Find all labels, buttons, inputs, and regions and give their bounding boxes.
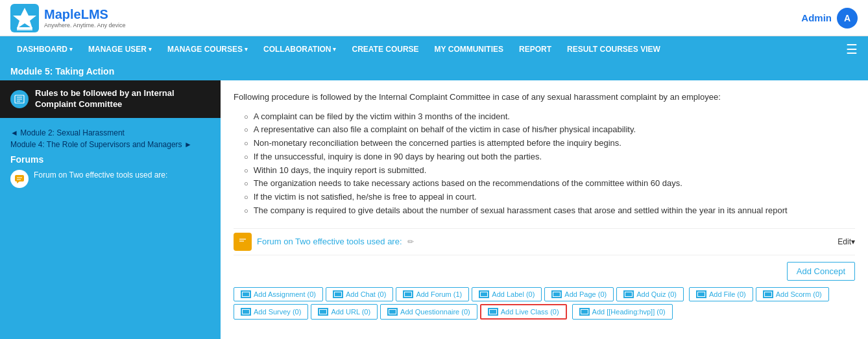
svg-rect-12 — [237, 237, 248, 244]
add-assignment-button[interactable]: Add Assignment (0) — [234, 287, 323, 301]
nav-item-create-course[interactable]: CREATE COURSE — [345, 36, 425, 62]
list-item: Non-monetary reconciliation between the … — [244, 137, 855, 150]
heading-hvp-icon — [579, 308, 590, 316]
svg-marker-13 — [239, 244, 242, 247]
add-quiz-button[interactable]: Add Quiz (0) — [616, 287, 684, 301]
forum-icon-btn — [403, 290, 413, 298]
page-icon — [551, 290, 562, 298]
forum-bar-text[interactable]: Forum on Two effective tools used are: — [257, 237, 402, 246]
list-item: Within 10 days, the inquiry report is su… — [244, 164, 855, 178]
nav-item-result-courses-view[interactable]: RESULT COURSES VIEW — [561, 36, 667, 62]
nav-item-manage-user[interactable]: MANAGE USER ▾ — [82, 36, 158, 62]
logo-tagline: Anywhere. Anytime. Any device — [44, 22, 126, 29]
sub-header: Module 5: Taking Action — [0, 62, 868, 80]
add-file-button[interactable]: Add File (0) — [689, 287, 753, 301]
hamburger-menu[interactable]: ☰ — [846, 41, 858, 57]
logo-area: MapleLMS Anywhere. Anytime. Any device — [10, 4, 126, 32]
logo-icon — [10, 4, 39, 32]
pencil-icon[interactable]: ✏ — [407, 237, 414, 246]
content-intro: Following procedure is followed by the I… — [234, 91, 855, 104]
list-item: A complaint can be filed by the victim w… — [244, 110, 855, 124]
sidebar-forum-item: Forum on Two effective tools used are: — [10, 170, 210, 188]
sidebar: Rules to be followed by an Internal Comp… — [0, 80, 221, 339]
list-item: If the unsuccessful, inquiry is done in … — [244, 150, 855, 164]
dashboard-arrow: ▾ — [69, 46, 73, 53]
add-page-button[interactable]: Add Page (0) — [544, 287, 614, 301]
forum-bar-icon — [234, 233, 252, 251]
add-chat-button[interactable]: Add Chat (0) — [326, 287, 393, 301]
add-url-button[interactable]: Add URL (0) — [311, 304, 378, 320]
add-scorm-button[interactable]: Add Scorm (0) — [756, 287, 829, 301]
chat-icon — [333, 290, 343, 298]
action-buttons: Add Assignment (0) Add Chat (0) Add Foru… — [234, 287, 855, 320]
content-area: Following procedure is followed by the I… — [221, 80, 868, 339]
scorm-icon — [763, 290, 773, 298]
admin-label: Admin — [801, 12, 832, 23]
forum-bar: Forum on Two effective tools used are: ✏… — [234, 228, 855, 255]
add-questionnaire-button[interactable]: Add Questionnaire (0) — [380, 304, 477, 320]
sidebar-forum-icon — [10, 170, 29, 188]
list-item: The company is required to give details … — [244, 204, 855, 218]
main-content: Rules to be followed by an Internal Comp… — [0, 80, 868, 339]
questionnaire-icon — [387, 308, 398, 316]
header: MapleLMS Anywhere. Anytime. Any device A… — [0, 0, 868, 36]
add-label-button[interactable]: Add Label (0) — [472, 287, 542, 301]
assignment-icon — [241, 290, 251, 298]
label-icon — [479, 290, 489, 298]
forum-bar-left: Forum on Two effective tools used are: ✏ — [234, 233, 414, 251]
collaboration-arrow: ▾ — [333, 46, 336, 53]
edit-button[interactable]: Edit▾ — [838, 237, 855, 246]
admin-area: Admin A — [801, 8, 858, 29]
list-item: If the victim is not satisfied, he/she i… — [244, 191, 855, 204]
manage-courses-arrow: ▾ — [245, 46, 248, 53]
sidebar-forums-title: Forums — [10, 154, 210, 165]
sidebar-forum-text[interactable]: Forum on Two effective tools used are: — [34, 170, 167, 181]
manage-user-arrow: ▾ — [149, 46, 152, 53]
nav-item-dashboard[interactable]: DASHBOARD ▾ — [10, 36, 79, 62]
sidebar-link-module4[interactable]: Module 4: The Role of Supervisors and Ma… — [10, 140, 210, 149]
sub-header-title: Module 5: Taking Action — [10, 66, 114, 76]
list-item: A representative can also file a complai… — [244, 123, 855, 137]
list-item: The organization needs to take necessary… — [244, 177, 855, 191]
svg-rect-2 — [17, 27, 32, 29]
list-icon — [14, 94, 25, 104]
nav-item-my-communities[interactable]: MY COMMUNITIES — [428, 36, 510, 62]
nav-item-report[interactable]: REPORT — [512, 36, 558, 62]
sidebar-active-text: Rules to be followed by an Internal Comp… — [35, 88, 210, 110]
sidebar-link-module2[interactable]: ◄ Module 2: Sexual Harassment — [10, 128, 210, 137]
sidebar-nav-links: ◄ Module 2: Sexual Harassment Module 4: … — [0, 118, 221, 198]
admin-avatar[interactable]: A — [837, 8, 858, 29]
add-heading-hvp-button[interactable]: Add [[Heading:hvp]] (0) — [572, 304, 673, 320]
add-concept-area: Add Concept — [234, 262, 855, 281]
logo-name: MapleLMS — [44, 7, 126, 22]
content-list: A complaint can be filed by the victim w… — [234, 110, 855, 218]
forum-icon — [237, 236, 248, 248]
svg-marker-9 — [17, 181, 19, 183]
svg-rect-8 — [15, 175, 24, 181]
survey-icon — [241, 308, 251, 316]
forum-icon-sm — [14, 174, 25, 184]
add-live-class-button[interactable]: Add Live Class (0) — [480, 304, 567, 320]
live-class-icon — [488, 308, 498, 316]
quiz-icon — [623, 290, 634, 298]
add-forum-button[interactable]: Add Forum (1) — [396, 287, 469, 301]
add-survey-button[interactable]: Add Survey (0) — [234, 304, 308, 320]
logo-text: MapleLMS Anywhere. Anytime. Any device — [44, 7, 126, 29]
nav-item-manage-courses[interactable]: MANAGE COURSES ▾ — [161, 36, 254, 62]
file-icon — [696, 290, 706, 298]
sidebar-active-item[interactable]: Rules to be followed by an Internal Comp… — [0, 80, 221, 118]
add-concept-button[interactable]: Add Concept — [787, 262, 855, 281]
main-nav: DASHBOARD ▾ MANAGE USER ▾ MANAGE COURSES… — [0, 36, 868, 62]
url-icon — [318, 308, 328, 316]
sidebar-item-icon — [10, 90, 29, 108]
nav-item-collaboration[interactable]: COLLABORATION ▾ — [257, 36, 343, 62]
